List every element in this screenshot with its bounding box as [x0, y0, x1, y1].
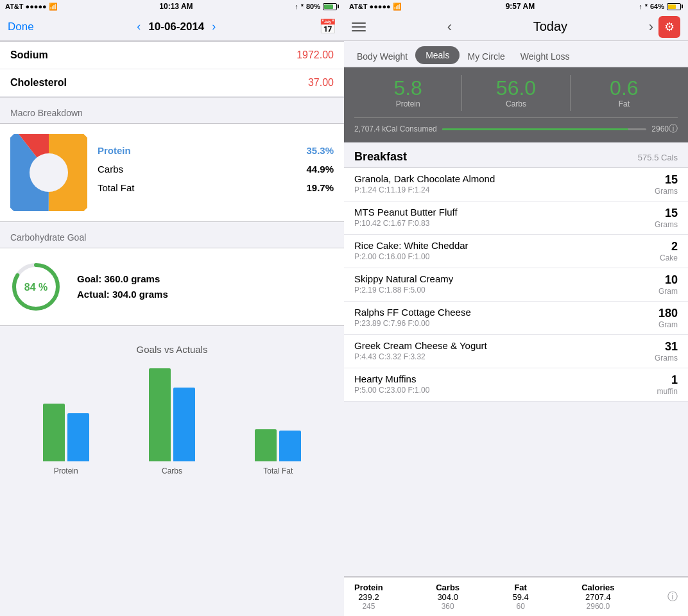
protein-actual-bar: [67, 413, 89, 461]
food-macros-0: P:1.24 C:11.19 F:1.24: [354, 185, 647, 194]
carbs-bar-label: Carbs: [162, 466, 182, 475]
protein-legend-row: Protein 35.3%: [98, 145, 334, 156]
food-name-5: Greek Cream Cheese & Yogurt: [354, 340, 647, 351]
summary-nums: 5.8 Protein 56.0 Carbs 0.6 Fat: [354, 75, 678, 118]
bottom-summary: Protein 239.2 245 Carbs 304.0 360 Fat 59…: [344, 576, 688, 616]
food-name-1: MTS Peanut Butter Fluff: [354, 207, 647, 218]
right-forward-arrow[interactable]: ›: [649, 19, 653, 35]
food-item-5[interactable]: Greek Cream Cheese & Yogurt P:4.43 C:3.3…: [344, 335, 688, 368]
calendar-icon[interactable]: 📅: [319, 19, 336, 35]
food-qty-6: 1: [657, 373, 678, 387]
bottom-calories-col: Calories 2707.4 2960.0: [581, 583, 614, 611]
food-info-1: MTS Peanut Butter Fluff P:10.42 C:1.67 F…: [354, 207, 647, 228]
food-item-1[interactable]: MTS Peanut Butter Fluff P:10.42 C:1.67 F…: [344, 201, 688, 235]
tab-body-weight[interactable]: Body Weight: [349, 46, 415, 67]
food-item-3[interactable]: Skippy Natural Creamy P:2.19 C:1.88 F:5.…: [344, 268, 688, 302]
goals-actuals-section: Goals vs Actuals Protein Carbs: [0, 331, 344, 486]
tab-meals[interactable]: Meals: [415, 46, 460, 64]
food-name-4: Ralphs FF Cottage Cheese: [354, 307, 651, 318]
cholesterol-value: 37.00: [308, 77, 334, 89]
left-status-left: AT&T ●●●●● 📶: [5, 3, 58, 11]
food-unit-5: Grams: [655, 354, 678, 363]
food-info-3: Skippy Natural Creamy P:2.19 C:1.88 F:5.…: [354, 273, 651, 295]
left-nav-bar: Done ‹ 10-06-2014 › 📅: [0, 13, 344, 41]
fat-actual-bar: [279, 431, 301, 461]
summary-consumed: 2,707.4 kCal Consumed: [354, 124, 437, 133]
protein-legend-value: 35.3%: [306, 145, 334, 156]
food-item-0[interactable]: Granola, Dark Chocolate Almond P:1.24 C:…: [344, 167, 688, 201]
bottom-fat-label: Fat: [513, 583, 529, 592]
gear-button[interactable]: ⚙: [658, 16, 680, 38]
time-left: 10:13 AM: [159, 2, 193, 11]
protein-goal-bar: [43, 404, 65, 461]
protein-bars: [43, 404, 89, 461]
goal-grams: Goal: 360.0 grams: [77, 271, 168, 287]
fat-goal-bar: [255, 429, 277, 461]
battery-pct-left: 80%: [306, 3, 320, 10]
food-name-0: Granola, Dark Chocolate Almond: [354, 173, 647, 184]
summary-protein-value: 5.8: [354, 78, 461, 98]
done-button[interactable]: Done: [8, 21, 34, 33]
hamburger-line-1: [352, 22, 366, 24]
date-back-arrow[interactable]: ‹: [137, 20, 141, 33]
summary-bar-row: 2,707.4 kCal Consumed 2960 ⓘ: [354, 123, 678, 135]
today-title: Today: [533, 19, 567, 34]
right-status-bar: AT&T ●●●●● 📶 9:57 AM ↑ * 64%: [344, 0, 688, 13]
food-macros-5: P:4.43 C:3.32 F:3.32: [354, 352, 647, 361]
right-nav-icons: › ⚙: [649, 16, 680, 38]
summary-protein: 5.8 Protein: [354, 75, 461, 111]
food-item-4[interactable]: Ralphs FF Cottage Cheese P:23.89 C:7.96 …: [344, 302, 688, 335]
tab-weight-loss[interactable]: Weight Loss: [513, 46, 578, 67]
bottom-protein-col: Protein 239.2 245: [354, 583, 383, 611]
right-status-left: AT&T ●●●●● 📶: [349, 3, 402, 11]
food-info-6: Hearty Muffins P:5.00 C:23.00 F:1.00: [354, 373, 649, 395]
carbs-bar-group: Carbs: [149, 368, 195, 475]
protein-bar-label: Protein: [54, 466, 78, 475]
protein-bar-group: Protein: [43, 404, 89, 475]
summary-fat-label: Fat: [571, 99, 678, 108]
carrier-right: AT&T: [349, 3, 368, 10]
location-right: ↑: [639, 3, 642, 10]
cholesterol-row[interactable]: Cholesterol 37.00: [0, 69, 344, 97]
summary-progress-fill: [442, 128, 628, 130]
protein-legend-label: Protein: [98, 145, 131, 156]
summary-carbs: 56.0 Carbs: [461, 75, 569, 111]
date-forward-arrow[interactable]: ›: [212, 20, 216, 33]
food-amount-4: 180 Gram: [658, 307, 678, 329]
bottom-fat-goal: 60: [513, 602, 529, 611]
bottom-calories-val: 2707.4: [581, 592, 614, 602]
bottom-protein-label: Protein: [354, 583, 383, 592]
food-amount-5: 31 Grams: [655, 340, 678, 363]
summary-info-icon[interactable]: ⓘ: [669, 123, 678, 135]
bottom-fat-col: Fat 59.4 60: [513, 583, 529, 611]
summary-card: 5.8 Protein 56.0 Carbs 0.6 Fat 2,707.4 k…: [344, 67, 688, 142]
carbs-actual-bar: [173, 388, 195, 461]
summary-protein-label: Protein: [354, 99, 461, 108]
food-info-2: Rice Cake: White Cheddar P:2.00 C:16.00 …: [354, 240, 652, 261]
bottom-info-icon[interactable]: ⓘ: [667, 590, 678, 604]
cholesterol-label: Cholesterol: [10, 77, 67, 89]
hamburger-menu[interactable]: [352, 22, 366, 31]
right-status-right: ↑ * 64%: [639, 3, 683, 10]
goal-text: Goal: 360.0 grams Actual: 304.0 grams: [77, 271, 168, 302]
food-item-6[interactable]: Hearty Muffins P:5.00 C:23.00 F:1.00 1 m…: [344, 368, 688, 402]
nutrients-section: Sodium 1972.00 Cholesterol 37.00: [0, 41, 344, 98]
food-unit-2: Cake: [660, 253, 678, 262]
food-qty-4: 180: [658, 307, 678, 320]
food-item-2[interactable]: Rice Cake: White Cheddar P:2.00 C:16.00 …: [344, 235, 688, 268]
carbs-legend-label: Carbs: [98, 164, 123, 175]
tab-my-circle[interactable]: My Circle: [460, 46, 512, 67]
left-status-bar: AT&T ●●●●● 📶 10:13 AM ↑ * 80%: [0, 0, 344, 13]
macro-legend: Protein 35.3% Carbs 44.9% Total Fat 19.7…: [98, 145, 334, 201]
food-name-3: Skippy Natural Creamy: [354, 273, 651, 284]
food-amount-1: 15 Grams: [655, 207, 678, 229]
fat-bar-label: Total Fat: [263, 466, 293, 475]
fat-bar-group: Total Fat: [255, 429, 301, 475]
sodium-row[interactable]: Sodium 1972.00: [0, 42, 344, 69]
right-nav-bar: ‹ Today › ⚙: [344, 13, 688, 41]
carb-goal-content: 84 % Goal: 360.0 grams Actual: 304.0 gra…: [0, 248, 344, 326]
bt-right: *: [645, 3, 648, 10]
breakfast-cals: 575.5 Cals: [638, 153, 678, 162]
tabs-bar: Body Weight Meals My Circle Weight Loss: [344, 41, 688, 67]
right-back-arrow[interactable]: ‹: [447, 19, 452, 35]
